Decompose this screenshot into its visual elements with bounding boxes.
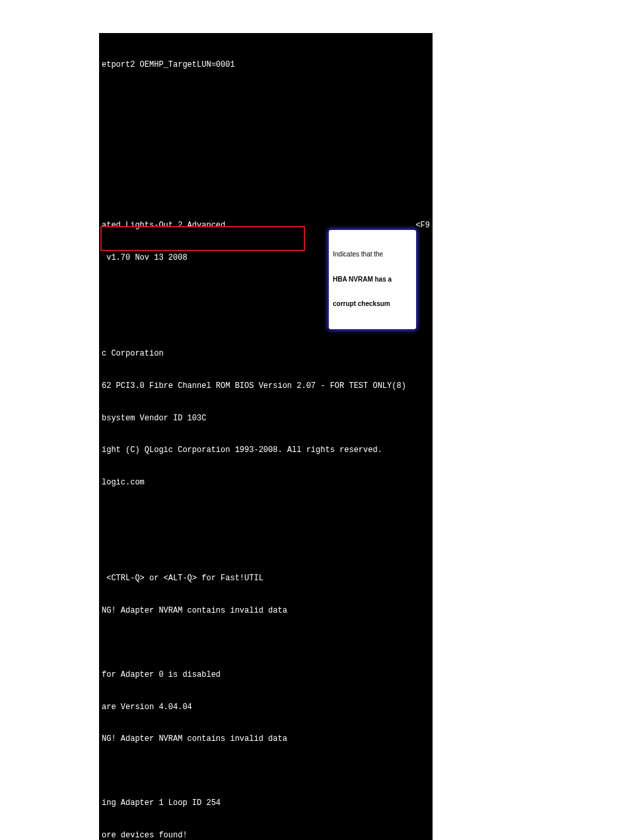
- term-blank: [99, 188, 433, 199]
- term-line: ing Adapter 1 Loop ID 254: [99, 798, 433, 808]
- callout-line: Indicates that the: [333, 250, 412, 259]
- term-blank: [99, 156, 433, 167]
- term-line-warning: NG! Adapter NVRAM contains invalid data: [99, 605, 433, 616]
- term-line: c Corporation: [99, 348, 433, 359]
- term-line: <CTRL-Q> or <ALT-Q> for Fast!UTIL: [99, 573, 433, 584]
- term-blank: [99, 541, 433, 552]
- term-line: etport2 OEMHP_TargetLUN=0001: [99, 59, 433, 70]
- term-line: ight (C) QLogic Corporation 1993-2008. A…: [99, 445, 433, 455]
- term-line: bsystem Vendor ID 103C: [99, 413, 433, 424]
- f9-hint: <F9: [415, 220, 430, 231]
- term-line: are Version 4.04.04: [99, 702, 433, 712]
- term-line: ore devices found!: [99, 830, 433, 840]
- term-line: for Adapter 0 is disabled: [99, 669, 433, 680]
- ilo-line: ated Lights-Out 2 Advanced: [102, 220, 225, 231]
- callout-line: corrupt checksum: [333, 300, 412, 309]
- term-blank: [99, 766, 433, 777]
- term-line: logic.com: [99, 477, 433, 488]
- term-blank: [99, 509, 433, 519]
- callout-line: HBA NVRAM has a: [333, 276, 412, 284]
- term-blank: [99, 124, 433, 135]
- term-blank: [99, 638, 433, 648]
- term-line-warning: NG! Adapter NVRAM contains invalid data: [99, 734, 433, 744]
- term-line: 62 PCI3.0 Fibre Channel ROM BIOS Version…: [99, 381, 433, 391]
- term-line: ated Lights-Out 2 Advanced <F9: [99, 220, 433, 231]
- bios-terminal-screenshot: etport2 OEMHP_TargetLUN=0001 ated Lights…: [99, 33, 433, 840]
- term-blank: [99, 92, 433, 102]
- annotation-callout: Indicates that the HBA NVRAM has a corru…: [329, 230, 416, 329]
